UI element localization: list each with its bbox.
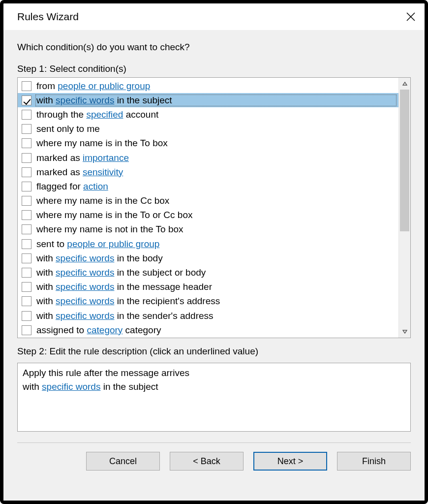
wizard-prompt: Which condition(s) do you want to check? <box>17 42 411 53</box>
condition-checkbox[interactable] <box>22 153 31 163</box>
condition-row[interactable]: marked as sensitivity <box>18 165 398 179</box>
condition-row[interactable]: where my name is not in the To box <box>18 222 398 237</box>
title-bar: Rules Wizard <box>3 3 425 30</box>
condition-text[interactable]: with specific words in the recipient's a… <box>35 295 397 307</box>
condition-text[interactable]: sent only to me <box>35 123 397 135</box>
description-link[interactable]: specific words <box>42 381 100 392</box>
condition-checkbox[interactable] <box>22 210 31 220</box>
condition-checkbox[interactable] <box>22 138 31 148</box>
conditions-list[interactable]: from people or public groupwith specific… <box>18 78 398 338</box>
condition-checkbox[interactable] <box>22 167 31 177</box>
conditions-list-container: from people or public groupwith specific… <box>17 77 411 338</box>
condition-checkbox[interactable] <box>22 253 31 263</box>
condition-row[interactable]: with specific words in the subject or bo… <box>18 265 398 280</box>
condition-link[interactable]: importance <box>83 153 129 163</box>
condition-text[interactable]: where my name is in the To or Cc box <box>35 209 397 221</box>
condition-link[interactable]: specific words <box>56 253 114 263</box>
step1-label: Step 1: Select condition(s) <box>17 63 411 74</box>
condition-row[interactable]: where my name is in the Cc box <box>18 194 398 208</box>
window-title: Rules Wizard <box>17 11 79 23</box>
condition-row[interactable]: from people or public group <box>18 79 398 93</box>
condition-text[interactable]: marked as importance <box>35 152 397 164</box>
condition-link[interactable]: specific words <box>56 95 114 105</box>
condition-link[interactable]: specific words <box>56 311 114 321</box>
condition-checkbox[interactable] <box>22 196 31 206</box>
button-row: Cancel < Back Next > Finish <box>17 452 411 481</box>
condition-text[interactable]: with specific words in the body <box>35 252 397 264</box>
condition-row[interactable]: with specific words in the recipient's a… <box>18 294 398 309</box>
condition-row[interactable]: marked as importance <box>18 151 398 165</box>
condition-row[interactable]: with specific words in the sender's addr… <box>18 309 398 323</box>
condition-checkbox[interactable] <box>22 268 31 278</box>
condition-link[interactable]: people or public group <box>58 81 150 91</box>
condition-link[interactable]: action <box>83 181 108 191</box>
condition-checkbox[interactable] <box>22 95 31 105</box>
condition-row[interactable]: assigned to category category <box>18 323 398 337</box>
condition-checkbox[interactable] <box>22 282 31 292</box>
condition-text[interactable]: marked as sensitivity <box>35 166 397 178</box>
description-line: with specific words in the subject <box>23 380 405 394</box>
condition-checkbox[interactable] <box>22 224 31 234</box>
scroll-thumb[interactable] <box>400 90 409 231</box>
condition-text[interactable]: with specific words in the subject or bo… <box>35 267 397 279</box>
scroll-down-icon[interactable] <box>399 326 410 338</box>
condition-row[interactable]: with specific words in the body <box>18 251 398 265</box>
condition-link[interactable]: specified <box>86 109 123 120</box>
condition-text[interactable]: where my name is not in the To box <box>35 223 397 235</box>
condition-link[interactable]: specific words <box>56 267 114 278</box>
condition-row[interactable]: sent only to me <box>18 122 398 136</box>
condition-row[interactable]: through the specified account <box>18 107 398 122</box>
condition-link[interactable]: specific words <box>56 296 114 306</box>
condition-link[interactable]: people or public group <box>67 239 159 249</box>
condition-row[interactable]: with specific words in the subject <box>18 93 398 107</box>
scroll-up-icon[interactable] <box>399 78 410 90</box>
condition-row[interactable]: flagged for action <box>18 179 398 193</box>
condition-checkbox[interactable] <box>22 311 31 321</box>
condition-checkbox[interactable] <box>22 296 31 306</box>
condition-checkbox[interactable] <box>22 182 31 191</box>
scroll-track[interactable] <box>399 90 410 326</box>
next-button[interactable]: Next > <box>253 452 327 471</box>
condition-text[interactable]: where my name is in the Cc box <box>35 195 397 207</box>
back-button[interactable]: < Back <box>170 452 244 471</box>
condition-text[interactable]: through the specified account <box>35 109 397 121</box>
condition-row[interactable]: where my name is in the To box <box>18 136 398 151</box>
condition-text[interactable]: flagged for action <box>35 181 397 192</box>
step2-label: Step 2: Edit the rule description (click… <box>17 346 411 357</box>
scrollbar[interactable] <box>398 78 410 338</box>
condition-link[interactable]: sensitivity <box>83 167 123 177</box>
close-button[interactable] <box>406 12 416 22</box>
condition-checkbox[interactable] <box>22 124 31 134</box>
dialog-window: Rules Wizard Which condition(s) do you w… <box>0 0 428 504</box>
condition-text[interactable]: with specific words in the message heade… <box>35 281 397 293</box>
finish-button[interactable]: Finish <box>337 452 411 471</box>
cancel-button[interactable]: Cancel <box>86 452 160 471</box>
condition-link[interactable]: category <box>87 325 122 335</box>
condition-checkbox[interactable] <box>22 110 31 120</box>
condition-text[interactable]: from people or public group <box>35 80 397 92</box>
condition-checkbox[interactable] <box>22 239 31 249</box>
separator <box>17 442 411 443</box>
condition-checkbox[interactable] <box>22 81 31 91</box>
condition-row[interactable]: where my name is in the To or Cc box <box>18 208 398 222</box>
dialog-body: Which condition(s) do you want to check?… <box>3 30 425 501</box>
condition-link[interactable]: specific words <box>56 282 114 292</box>
condition-text[interactable]: with specific words in the sender's addr… <box>35 310 397 322</box>
condition-text[interactable]: sent to people or public group <box>35 238 397 250</box>
condition-row[interactable]: sent to people or public group <box>18 237 398 251</box>
condition-text[interactable]: assigned to category category <box>35 324 397 336</box>
condition-text[interactable]: with specific words in the subject <box>35 94 397 106</box>
rule-description-box: Apply this rule after the message arrive… <box>17 363 411 432</box>
description-line: Apply this rule after the message arrive… <box>23 366 405 380</box>
condition-checkbox[interactable] <box>22 325 31 335</box>
condition-row[interactable]: with specific words in the message heade… <box>18 280 398 294</box>
condition-text[interactable]: where my name is in the To box <box>35 137 397 149</box>
